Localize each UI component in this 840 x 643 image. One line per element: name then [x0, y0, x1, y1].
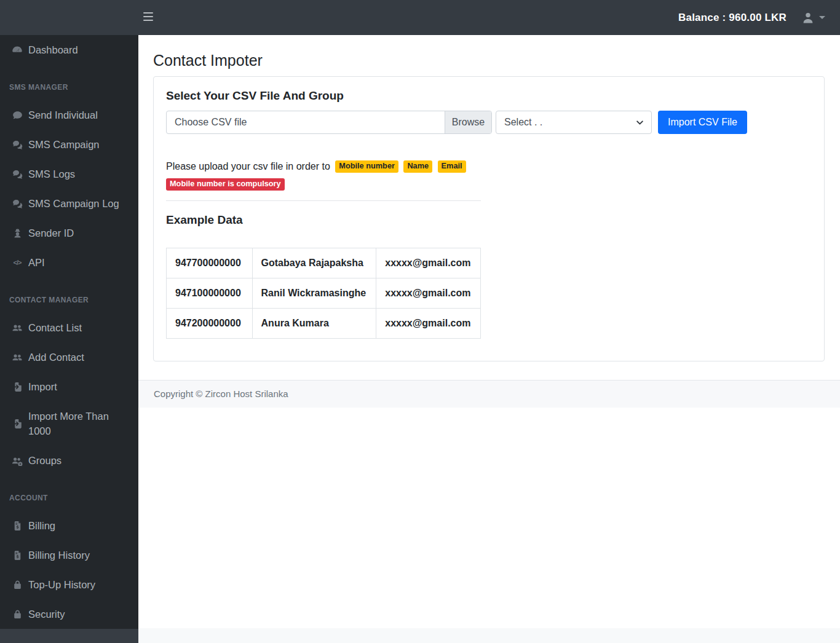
sidebar-item-sms-campaign-log[interactable]: SMS Campaign Log	[0, 189, 138, 218]
badge-mobile-number: Mobile number	[335, 160, 398, 173]
bottom-strip	[138, 628, 840, 643]
user-secret-icon	[10, 228, 25, 239]
users-gear-icon	[10, 455, 25, 466]
code-icon: </>	[10, 255, 25, 270]
balance-label: Balance : 960.00 LKR	[678, 12, 787, 24]
sidebar-item-billing-history[interactable]: Billing History	[0, 540, 138, 570]
badge-name: Name	[403, 160, 432, 173]
badge-compulsory: Mobile number is compulsory	[166, 178, 285, 191]
sidebar-item-dashboard[interactable]: Dashboard	[0, 35, 138, 65]
cell-email: xxxxx@gmail.com	[376, 248, 481, 278]
chevron-down-icon	[819, 16, 825, 19]
file-invoice-dollar-icon	[10, 550, 25, 561]
table-row: 947700000000 Gotabaya Rajapaksha xxxxx@g…	[167, 248, 481, 278]
import-csv-button[interactable]: Import CSV File	[658, 111, 747, 134]
sidebar-item-label: Security	[28, 607, 65, 621]
comment-icon	[10, 110, 25, 120]
sidebar-item-sender-id[interactable]: Sender ID	[0, 218, 138, 248]
copyright-text: Copyright © Zircon Host Srilanka	[154, 389, 288, 399]
divider	[166, 200, 481, 201]
sidebar-item-contact-list[interactable]: Contact List	[0, 313, 138, 342]
sidebar-item-billing[interactable]: Billing	[0, 511, 138, 540]
comments-icon	[10, 169, 25, 179]
sidebar-section-account: ACCOUNT	[0, 475, 138, 511]
sidebar-item-label: Import	[28, 379, 57, 394]
comments-icon	[10, 140, 25, 150]
sidebar-item-top-up-history[interactable]: Top-Up History	[0, 570, 138, 599]
sidebar: Dashboard SMS MANAGER Send Individual SM…	[0, 35, 138, 643]
lock-icon	[10, 609, 25, 620]
user-menu[interactable]	[801, 11, 825, 25]
browse-button[interactable]: Browse	[445, 111, 491, 133]
sidebar-item-label: Billing History	[28, 548, 90, 562]
sidebar-item-groups[interactable]: Groups	[0, 446, 138, 475]
sidebar-item-label: Send Individual	[28, 108, 98, 122]
sidebar-item-label: SMS Logs	[28, 167, 75, 181]
sidebar-item-label: Dashboard	[28, 42, 78, 57]
sidebar-item-sms-logs[interactable]: SMS Logs	[0, 159, 138, 189]
sidebar-item-label: Import More Than 1000	[28, 409, 132, 438]
cell-email: xxxxx@gmail.com	[376, 308, 481, 338]
cell-phone: 947700000000	[167, 248, 253, 278]
sidebar-item-label: Sender ID	[28, 226, 74, 240]
table-row: 947100000000 Ranil Wickramasinghe xxxxx@…	[167, 278, 481, 308]
sidebar-item-import[interactable]: Import	[0, 372, 138, 401]
sidebar-item-label: Groups	[28, 453, 61, 468]
badge-email: Email	[438, 160, 466, 173]
sidebar-menu: Dashboard SMS MANAGER Send Individual SM…	[0, 35, 138, 629]
sidebar-item-import-more-than-1000[interactable]: Import More Than 1000	[0, 401, 138, 446]
cell-phone: 947200000000	[167, 308, 253, 338]
card-title: Select Your CSV File And Group	[166, 89, 812, 103]
sidebar-item-label: SMS Campaign	[28, 137, 100, 152]
group-select[interactable]: Select . .	[496, 111, 652, 134]
sidebar-item-label: API	[28, 255, 45, 270]
sidebar-item-label: Top-Up History	[28, 577, 95, 592]
group-select-value: Select . .	[504, 117, 542, 128]
sidebar-item-send-individual[interactable]: Send Individual	[0, 100, 138, 130]
example-data-title: Example Data	[166, 213, 481, 227]
sidebar-item-label: SMS Campaign Log	[28, 196, 119, 211]
chevron-down-icon	[636, 119, 644, 127]
sidebar-item-sms-campaign[interactable]: SMS Campaign	[0, 130, 138, 159]
file-import-icon	[10, 419, 25, 429]
file-invoice-dollar-icon	[10, 521, 25, 531]
import-card: Select Your CSV File And Group Choose CS…	[153, 76, 825, 361]
file-import-icon	[10, 382, 25, 392]
sidebar-toggle-icon[interactable]	[143, 12, 153, 21]
gauge-icon	[10, 44, 25, 55]
sidebar-section-sms-manager: SMS MANAGER	[0, 65, 138, 100]
users-icon	[10, 352, 25, 363]
page-footer: Copyright © Zircon Host Srilanka	[138, 380, 840, 408]
sidebar-item-label: Contact List	[28, 320, 82, 335]
csv-file-input[interactable]: Choose CSV file Browse	[166, 111, 492, 134]
cell-email: xxxxx@gmail.com	[376, 278, 481, 308]
sidebar-item-add-contact[interactable]: Add Contact	[0, 342, 138, 372]
users-icon	[10, 322, 25, 333]
sidebar-item-label: Billing	[28, 518, 55, 533]
user-icon	[801, 11, 815, 25]
table-row: 947200000000 Anura Kumara xxxxx@gmail.co…	[167, 308, 481, 338]
csv-file-input-label: Choose CSV file	[167, 111, 445, 133]
cell-name: Ranil Wickramasinghe	[252, 278, 376, 308]
upload-hint-text: Please upload your csv file in order to	[166, 161, 330, 172]
example-data-table: 947700000000 Gotabaya Rajapaksha xxxxx@g…	[166, 248, 481, 339]
sidebar-section-contact-manager: CONTACT MANAGER	[0, 277, 138, 313]
sidebar-item-api[interactable]: </> API	[0, 248, 138, 277]
comments-icon	[10, 199, 25, 209]
sidebar-item-security[interactable]: Security	[0, 599, 138, 629]
lock-icon	[10, 580, 25, 590]
sidebar-item-label: Add Contact	[28, 350, 84, 365]
cell-phone: 947100000000	[167, 278, 253, 308]
cell-name: Gotabaya Rajapaksha	[252, 248, 376, 278]
content-area: Contact Impoter Select Your CSV File And…	[138, 35, 840, 643]
top-navbar: Balance : 960.00 LKR	[0, 0, 840, 35]
cell-name: Anura Kumara	[252, 308, 376, 338]
page-title: Contact Impoter	[153, 52, 825, 69]
